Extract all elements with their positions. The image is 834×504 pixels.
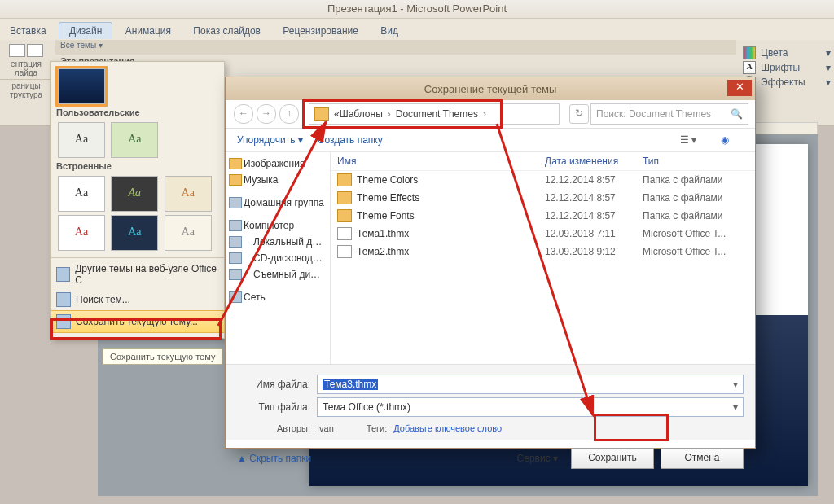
app-titlebar: Презентация1 - Microsoft PowerPoint [0, 0, 834, 19]
theme-fonts-button[interactable]: AШрифты▾ [743, 61, 831, 74]
tooltip-save-theme: Сохранить текущую тему [103, 348, 222, 365]
organize-button[interactable]: Упорядочить ▾ [237, 134, 303, 146]
file-row[interactable]: Theme Colors12.12.2014 8:57Папка с файла… [331, 171, 755, 189]
file-row[interactable]: Theme Effects12.12.2014 8:57Папка с файл… [331, 189, 755, 207]
theme-thumb-builtin-1[interactable]: Aa [58, 176, 105, 212]
file-row[interactable]: Theme Fonts12.12.2014 8:57Папка с файлам… [331, 207, 755, 225]
theme-gallery-dropdown: Пользовательские Aa Aa Встроенные Aa Aa … [50, 61, 225, 339]
nav-refresh-button[interactable]: ↻ [569, 104, 589, 124]
theme-colors-button[interactable]: Цвета▾ [743, 46, 831, 59]
tools-button[interactable]: Сервис ▾ [517, 453, 558, 464]
file-row[interactable]: Тема1.thmx12.09.2018 7:11Microsoft Offic… [331, 225, 755, 243]
tab-review[interactable]: Рецензирование [273, 23, 368, 39]
dialog-form: Имя файла: Тема3.thmx▾ Тип файла: Тема O… [226, 364, 755, 440]
gallery-section-builtin: Встроенные [56, 161, 219, 171]
menu-browse-themes[interactable]: Поиск тем... [51, 289, 224, 310]
tree-computer[interactable]: Компьютер [226, 217, 330, 234]
dialog-title: Сохранение текущей темы ✕ [226, 77, 755, 100]
folder-icon [314, 107, 329, 121]
tree-cd-drive[interactable]: CD-дисковод (D: [226, 250, 330, 266]
save-theme-dialog: Сохранение текущей темы ✕ ← → ↑ « Шаблон… [225, 77, 756, 449]
tree-local-disk[interactable]: Локальный диск [226, 234, 330, 250]
dialog-nav-bar: ← → ↑ « Шаблоны› Document Themes› ↻ Поис… [226, 100, 755, 129]
theme-thumb-builtin-2[interactable]: Aa [111, 176, 158, 212]
help-button[interactable]: ◉ [721, 134, 729, 146]
breadcrumb[interactable]: « Шаблоны› Document Themes› [309, 103, 560, 125]
theme-thumb-user-2[interactable]: Aa [111, 122, 158, 158]
save-button[interactable]: Сохранить [571, 448, 654, 469]
ribbon-tabs: Вставка Дизайн Анимация Показ слайдов Ре… [0, 19, 834, 40]
theme-thumb-builtin-5[interactable]: Aa [111, 215, 158, 251]
new-folder-button[interactable]: Создать папку [318, 134, 383, 146]
themes-dropdown-header[interactable]: Все темы ▾ [55, 40, 736, 55]
menu-save-current-theme[interactable]: Сохранить текущую тему... [51, 310, 224, 333]
dialog-toolbar: Упорядочить ▾ Создать папку ☰ ▾ ◉ [226, 129, 755, 152]
cancel-button[interactable]: Отмена [661, 448, 744, 469]
tree-music[interactable]: Музыка [226, 172, 330, 188]
theme-thumb-builtin-3[interactable]: Aa [165, 176, 212, 212]
folder-tree[interactable]: Изображения Музыка Домашняя группа Компь… [226, 152, 331, 364]
dialog-close-button[interactable]: ✕ [727, 80, 752, 96]
authors-label: Авторы: [237, 423, 317, 433]
search-input[interactable]: Поиск: Document Themes🔍 [590, 103, 748, 125]
filename-input[interactable]: Тема3.thmx▾ [317, 375, 744, 394]
gallery-section-user: Пользовательские [56, 107, 219, 117]
tree-homegroup[interactable]: Домашняя группа [226, 195, 330, 211]
theme-thumb-builtin-6[interactable]: Aa [165, 215, 212, 251]
ribbon-orientation-group: ентациялайда раницытруктура [0, 40, 52, 129]
file-list[interactable]: ИмяДата измененияТип Theme Colors12.12.2… [331, 152, 755, 364]
tab-animation[interactable]: Анимация [116, 23, 181, 39]
tree-removable[interactable]: Съемный диск ( [226, 266, 330, 283]
file-list-header[interactable]: ИмяДата измененияТип [331, 152, 755, 171]
tree-pictures[interactable]: Изображения [226, 156, 330, 172]
theme-thumb-current[interactable] [58, 68, 105, 104]
filetype-select[interactable]: Тема Office (*.thmx)▾ [317, 397, 744, 417]
nav-up-button[interactable]: ↑ [279, 104, 299, 124]
tab-slideshow[interactable]: Показ слайдов [183, 23, 270, 39]
nav-back-button[interactable]: ← [234, 104, 253, 124]
menu-more-themes[interactable]: Другие темы на веб-узле Office C [51, 260, 224, 289]
theme-thumb-builtin-4[interactable]: Aa [58, 215, 105, 251]
file-row[interactable]: Тема2.thmx13.09.2018 9:12Microsoft Offic… [331, 243, 755, 261]
tab-view[interactable]: Вид [371, 23, 408, 39]
view-options-button[interactable]: ☰ ▾ [680, 134, 696, 146]
theme-thumb-user-1[interactable]: Aa [58, 122, 105, 158]
nav-forward-button[interactable]: → [257, 104, 276, 124]
tree-network[interactable]: Сеть [226, 289, 330, 305]
tab-insert[interactable]: Вставка [0, 23, 56, 39]
filename-label: Имя файла: [237, 379, 317, 390]
search-icon: 🔍 [731, 108, 743, 120]
filetype-label: Тип файла: [237, 401, 317, 413]
tab-design[interactable]: Дизайн [59, 22, 112, 39]
authors-value[interactable]: Ivan [317, 423, 334, 433]
tags-add-link[interactable]: Добавьте ключевое слово [393, 423, 502, 433]
theme-effects-button[interactable]: Эффекты▾ [743, 76, 831, 89]
hide-folders-toggle[interactable]: ▲ Скрыть папки [237, 453, 311, 464]
tags-label: Теги: [367, 423, 393, 433]
